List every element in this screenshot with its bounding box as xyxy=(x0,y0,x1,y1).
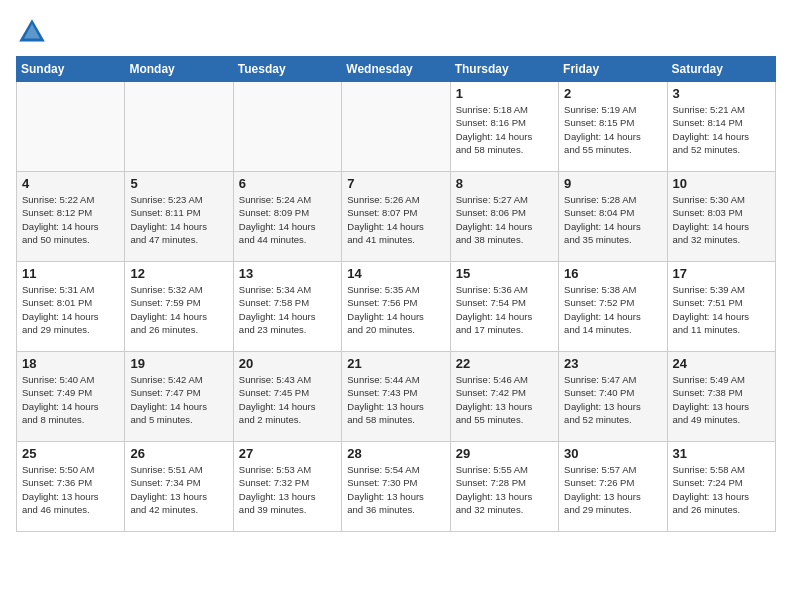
calendar-cell: 22Sunrise: 5:46 AM Sunset: 7:42 PM Dayli… xyxy=(450,352,558,442)
calendar-week-row: 4Sunrise: 5:22 AM Sunset: 8:12 PM Daylig… xyxy=(17,172,776,262)
calendar-cell: 20Sunrise: 5:43 AM Sunset: 7:45 PM Dayli… xyxy=(233,352,341,442)
calendar-week-row: 25Sunrise: 5:50 AM Sunset: 7:36 PM Dayli… xyxy=(17,442,776,532)
day-number: 19 xyxy=(130,356,227,371)
day-info: Sunrise: 5:50 AM Sunset: 7:36 PM Dayligh… xyxy=(22,463,119,516)
calendar-cell: 17Sunrise: 5:39 AM Sunset: 7:51 PM Dayli… xyxy=(667,262,775,352)
day-number: 11 xyxy=(22,266,119,281)
day-number: 4 xyxy=(22,176,119,191)
calendar-week-row: 11Sunrise: 5:31 AM Sunset: 8:01 PM Dayli… xyxy=(17,262,776,352)
day-info: Sunrise: 5:55 AM Sunset: 7:28 PM Dayligh… xyxy=(456,463,553,516)
calendar-cell: 14Sunrise: 5:35 AM Sunset: 7:56 PM Dayli… xyxy=(342,262,450,352)
day-info: Sunrise: 5:54 AM Sunset: 7:30 PM Dayligh… xyxy=(347,463,444,516)
header-tuesday: Tuesday xyxy=(233,57,341,82)
day-number: 1 xyxy=(456,86,553,101)
day-number: 13 xyxy=(239,266,336,281)
day-info: Sunrise: 5:21 AM Sunset: 8:14 PM Dayligh… xyxy=(673,103,770,156)
day-number: 15 xyxy=(456,266,553,281)
day-number: 29 xyxy=(456,446,553,461)
logo-icon xyxy=(16,16,48,48)
calendar-cell: 6Sunrise: 5:24 AM Sunset: 8:09 PM Daylig… xyxy=(233,172,341,262)
day-number: 9 xyxy=(564,176,661,191)
calendar-cell: 12Sunrise: 5:32 AM Sunset: 7:59 PM Dayli… xyxy=(125,262,233,352)
day-number: 30 xyxy=(564,446,661,461)
day-info: Sunrise: 5:53 AM Sunset: 7:32 PM Dayligh… xyxy=(239,463,336,516)
day-info: Sunrise: 5:34 AM Sunset: 7:58 PM Dayligh… xyxy=(239,283,336,336)
calendar-cell: 13Sunrise: 5:34 AM Sunset: 7:58 PM Dayli… xyxy=(233,262,341,352)
day-info: Sunrise: 5:19 AM Sunset: 8:15 PM Dayligh… xyxy=(564,103,661,156)
calendar-cell: 24Sunrise: 5:49 AM Sunset: 7:38 PM Dayli… xyxy=(667,352,775,442)
day-info: Sunrise: 5:31 AM Sunset: 8:01 PM Dayligh… xyxy=(22,283,119,336)
day-info: Sunrise: 5:23 AM Sunset: 8:11 PM Dayligh… xyxy=(130,193,227,246)
day-number: 8 xyxy=(456,176,553,191)
page-header xyxy=(16,16,776,48)
calendar-cell xyxy=(233,82,341,172)
day-info: Sunrise: 5:39 AM Sunset: 7:51 PM Dayligh… xyxy=(673,283,770,336)
calendar-cell: 1Sunrise: 5:18 AM Sunset: 8:16 PM Daylig… xyxy=(450,82,558,172)
calendar-cell: 23Sunrise: 5:47 AM Sunset: 7:40 PM Dayli… xyxy=(559,352,667,442)
day-info: Sunrise: 5:57 AM Sunset: 7:26 PM Dayligh… xyxy=(564,463,661,516)
calendar-cell: 7Sunrise: 5:26 AM Sunset: 8:07 PM Daylig… xyxy=(342,172,450,262)
day-info: Sunrise: 5:38 AM Sunset: 7:52 PM Dayligh… xyxy=(564,283,661,336)
day-info: Sunrise: 5:28 AM Sunset: 8:04 PM Dayligh… xyxy=(564,193,661,246)
calendar-week-row: 1Sunrise: 5:18 AM Sunset: 8:16 PM Daylig… xyxy=(17,82,776,172)
day-info: Sunrise: 5:26 AM Sunset: 8:07 PM Dayligh… xyxy=(347,193,444,246)
calendar-cell: 27Sunrise: 5:53 AM Sunset: 7:32 PM Dayli… xyxy=(233,442,341,532)
calendar-cell: 25Sunrise: 5:50 AM Sunset: 7:36 PM Dayli… xyxy=(17,442,125,532)
calendar-cell: 28Sunrise: 5:54 AM Sunset: 7:30 PM Dayli… xyxy=(342,442,450,532)
day-number: 27 xyxy=(239,446,336,461)
calendar-table: SundayMondayTuesdayWednesdayThursdayFrid… xyxy=(16,56,776,532)
header-friday: Friday xyxy=(559,57,667,82)
day-info: Sunrise: 5:30 AM Sunset: 8:03 PM Dayligh… xyxy=(673,193,770,246)
day-info: Sunrise: 5:18 AM Sunset: 8:16 PM Dayligh… xyxy=(456,103,553,156)
day-number: 28 xyxy=(347,446,444,461)
day-number: 2 xyxy=(564,86,661,101)
calendar-cell: 5Sunrise: 5:23 AM Sunset: 8:11 PM Daylig… xyxy=(125,172,233,262)
calendar-cell: 26Sunrise: 5:51 AM Sunset: 7:34 PM Dayli… xyxy=(125,442,233,532)
day-number: 25 xyxy=(22,446,119,461)
calendar-cell: 30Sunrise: 5:57 AM Sunset: 7:26 PM Dayli… xyxy=(559,442,667,532)
calendar-cell: 10Sunrise: 5:30 AM Sunset: 8:03 PM Dayli… xyxy=(667,172,775,262)
calendar-header-row: SundayMondayTuesdayWednesdayThursdayFrid… xyxy=(17,57,776,82)
day-number: 22 xyxy=(456,356,553,371)
day-info: Sunrise: 5:43 AM Sunset: 7:45 PM Dayligh… xyxy=(239,373,336,426)
header-wednesday: Wednesday xyxy=(342,57,450,82)
logo xyxy=(16,16,52,48)
day-info: Sunrise: 5:42 AM Sunset: 7:47 PM Dayligh… xyxy=(130,373,227,426)
day-info: Sunrise: 5:35 AM Sunset: 7:56 PM Dayligh… xyxy=(347,283,444,336)
day-info: Sunrise: 5:32 AM Sunset: 7:59 PM Dayligh… xyxy=(130,283,227,336)
day-info: Sunrise: 5:22 AM Sunset: 8:12 PM Dayligh… xyxy=(22,193,119,246)
day-number: 16 xyxy=(564,266,661,281)
day-number: 31 xyxy=(673,446,770,461)
calendar-cell xyxy=(125,82,233,172)
calendar-cell: 31Sunrise: 5:58 AM Sunset: 7:24 PM Dayli… xyxy=(667,442,775,532)
calendar-cell: 21Sunrise: 5:44 AM Sunset: 7:43 PM Dayli… xyxy=(342,352,450,442)
calendar-cell xyxy=(342,82,450,172)
calendar-cell: 11Sunrise: 5:31 AM Sunset: 8:01 PM Dayli… xyxy=(17,262,125,352)
day-info: Sunrise: 5:46 AM Sunset: 7:42 PM Dayligh… xyxy=(456,373,553,426)
calendar-cell: 4Sunrise: 5:22 AM Sunset: 8:12 PM Daylig… xyxy=(17,172,125,262)
day-info: Sunrise: 5:36 AM Sunset: 7:54 PM Dayligh… xyxy=(456,283,553,336)
header-saturday: Saturday xyxy=(667,57,775,82)
day-number: 10 xyxy=(673,176,770,191)
day-number: 12 xyxy=(130,266,227,281)
day-number: 21 xyxy=(347,356,444,371)
header-sunday: Sunday xyxy=(17,57,125,82)
day-number: 6 xyxy=(239,176,336,191)
day-number: 14 xyxy=(347,266,444,281)
calendar-cell: 18Sunrise: 5:40 AM Sunset: 7:49 PM Dayli… xyxy=(17,352,125,442)
day-info: Sunrise: 5:24 AM Sunset: 8:09 PM Dayligh… xyxy=(239,193,336,246)
calendar-cell xyxy=(17,82,125,172)
calendar-cell: 2Sunrise: 5:19 AM Sunset: 8:15 PM Daylig… xyxy=(559,82,667,172)
calendar-week-row: 18Sunrise: 5:40 AM Sunset: 7:49 PM Dayli… xyxy=(17,352,776,442)
day-number: 26 xyxy=(130,446,227,461)
calendar-cell: 29Sunrise: 5:55 AM Sunset: 7:28 PM Dayli… xyxy=(450,442,558,532)
day-number: 17 xyxy=(673,266,770,281)
header-monday: Monday xyxy=(125,57,233,82)
calendar-cell: 16Sunrise: 5:38 AM Sunset: 7:52 PM Dayli… xyxy=(559,262,667,352)
calendar-cell: 3Sunrise: 5:21 AM Sunset: 8:14 PM Daylig… xyxy=(667,82,775,172)
day-number: 5 xyxy=(130,176,227,191)
day-info: Sunrise: 5:44 AM Sunset: 7:43 PM Dayligh… xyxy=(347,373,444,426)
day-info: Sunrise: 5:47 AM Sunset: 7:40 PM Dayligh… xyxy=(564,373,661,426)
day-info: Sunrise: 5:27 AM Sunset: 8:06 PM Dayligh… xyxy=(456,193,553,246)
calendar-cell: 9Sunrise: 5:28 AM Sunset: 8:04 PM Daylig… xyxy=(559,172,667,262)
